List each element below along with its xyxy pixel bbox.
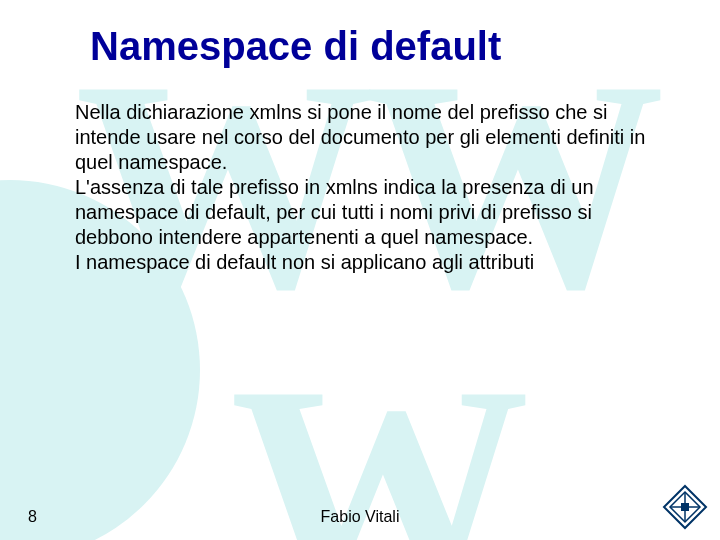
paragraph-1: Nella dichiarazione xmlns si pone il nom… [75,100,675,175]
paragraph-3: I namespace di default non si applicano … [75,250,675,275]
logo-icon [662,484,708,530]
page-number: 8 [28,508,37,526]
author-name: Fabio Vitali [321,508,400,526]
paragraph-2: L'assenza di tale prefisso in xmlns indi… [75,175,675,250]
slide-title: Namespace di default [90,24,501,69]
slide-body: Nella dichiarazione xmlns si pone il nom… [75,100,675,275]
svg-rect-4 [681,503,689,511]
